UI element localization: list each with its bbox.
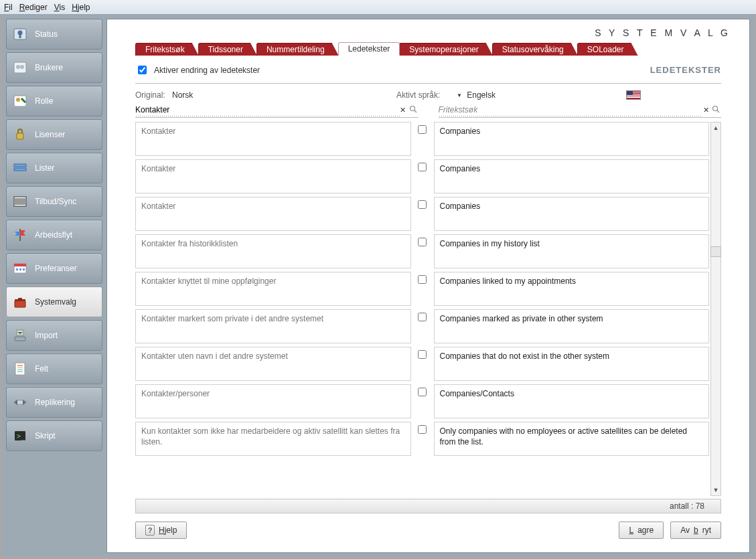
sidebar-item-label: Status: [35, 29, 58, 39]
translation-text-cell[interactable]: Companies that do not exist in the other…: [434, 347, 710, 381]
row-checkbox[interactable]: [418, 125, 427, 134]
menu-view[interactable]: Vis: [54, 3, 65, 12]
original-text-cell[interactable]: Kontakter: [135, 197, 411, 231]
tab-nummertildeling[interactable]: Nummertildeling: [256, 43, 339, 56]
original-text-cell[interactable]: Kontakter/personer: [135, 384, 411, 418]
search-translation-input[interactable]: [439, 104, 702, 116]
table-row: Kontakter fra historikklistenCompanies i…: [135, 234, 709, 268]
tab-fritekstsøk[interactable]: Fritekstsøk: [135, 43, 199, 56]
sidebar-item-label: Skript: [35, 431, 56, 441]
original-text-cell[interactable]: Kontakter markert som private i det andr…: [135, 309, 411, 343]
translation-text-cell[interactable]: Only companies with no employees or acti…: [434, 422, 710, 456]
svg-point-4: [16, 65, 20, 69]
row-checkbox[interactable]: [418, 238, 427, 246]
translation-text-cell[interactable]: Companies: [434, 122, 710, 156]
svg-rect-17: [16, 268, 18, 270]
enable-edit-checkbox[interactable]: [138, 66, 147, 74]
sidebar-item-label: Systemvalg: [35, 297, 76, 307]
chevron-down-icon: ▼: [457, 92, 462, 98]
svg-rect-26: [15, 363, 25, 375]
search-icon[interactable]: [408, 105, 419, 115]
cancel-button[interactable]: Avbryt: [670, 522, 721, 539]
menu-bar: Fil Rediger Vis Hjelp: [0, 0, 756, 15]
sidebar-item-replikering[interactable]: Replikering: [6, 387, 102, 418]
scroll-down-icon[interactable]: ▼: [711, 485, 721, 495]
sidebar-item-import[interactable]: Import: [6, 320, 102, 351]
search-icon[interactable]: [710, 105, 721, 115]
table-row: KontakterCompanies: [135, 159, 709, 193]
translation-text-cell[interactable]: Companies marked as private in other sys…: [434, 309, 710, 343]
translation-text-cell[interactable]: Companies linked to my appointments: [434, 272, 710, 306]
sidebar-icon: [12, 327, 28, 343]
tab-soloader[interactable]: SOLoader: [577, 43, 638, 56]
original-text-cell[interactable]: Kontakter uten navn i det andre systemet: [135, 347, 411, 381]
help-button[interactable]: ? Hjelp: [135, 522, 187, 539]
svg-marker-14: [15, 232, 20, 236]
svg-point-36: [410, 106, 414, 110]
sidebar-item-systemvalg[interactable]: Systemvalg: [6, 287, 102, 317]
tab-ledetekster[interactable]: Ledetekster: [338, 42, 400, 56]
svg-line-37: [414, 110, 417, 112]
active-lang-value: Engelsk: [467, 90, 496, 100]
sidebar-item-label: Preferanser: [35, 264, 77, 273]
row-checkbox[interactable]: [418, 388, 427, 396]
menu-file[interactable]: Fil: [4, 3, 13, 12]
sidebar-item-skript[interactable]: >_Skript: [6, 420, 102, 451]
sidebar-item-lister[interactable]: Lister: [6, 153, 102, 183]
active-lang-dropdown[interactable]: ▼ Engelsk: [457, 90, 626, 100]
tab-statusoverv-king[interactable]: Statusovervåking: [492, 43, 578, 56]
clear-original-icon[interactable]: ✕: [398, 106, 408, 114]
vertical-scrollbar[interactable]: ▲ ▼: [710, 122, 721, 496]
translation-text-cell[interactable]: Companies/Contacts: [434, 384, 710, 418]
original-label: Original:: [135, 90, 172, 100]
row-checkbox[interactable]: [418, 350, 427, 359]
content-pane: S Y S T E M V A L G FritekstsøkTidssoner…: [106, 19, 750, 553]
sidebar-item-label: Tilbud/Sync: [35, 197, 76, 206]
page-title: S Y S T E M V A L G: [107, 19, 749, 42]
svg-line-39: [717, 110, 719, 112]
svg-rect-10: [14, 168, 26, 171]
original-text-cell[interactable]: Kontakter: [135, 159, 411, 193]
sidebar-item-lisenser[interactable]: Lisenser: [6, 119, 102, 150]
row-checkbox[interactable]: [418, 313, 427, 321]
sidebar-item-preferanser[interactable]: Preferanser: [6, 253, 102, 284]
svg-rect-19: [23, 268, 25, 270]
translation-text-cell[interactable]: Companies: [434, 159, 710, 193]
original-text-cell[interactable]: Kontakter fra historikklisten: [135, 234, 411, 268]
sidebar-icon: [12, 394, 28, 410]
search-original-input[interactable]: [135, 104, 398, 116]
menu-help[interactable]: Hjelp: [72, 3, 90, 12]
sidebar-item-brukere[interactable]: Brukere: [6, 52, 102, 83]
original-text-cell[interactable]: Kontakter knyttet til mine oppfølginger: [135, 272, 411, 306]
row-checkbox[interactable]: [418, 275, 427, 284]
sidebar-item-felt[interactable]: Felt: [6, 353, 102, 384]
original-text-cell[interactable]: Kontakter: [135, 122, 411, 156]
row-count: antall : 78: [670, 501, 704, 511]
svg-rect-23: [15, 337, 25, 341]
translation-text-cell[interactable]: Companies in my history list: [434, 234, 710, 268]
original-text-cell[interactable]: Kun kontakter som ikke har medarbeidere …: [135, 422, 411, 456]
search-original: ✕: [135, 104, 419, 118]
row-checkbox[interactable]: [418, 200, 427, 209]
sidebar-icon: [12, 227, 28, 243]
tab-tidssoner[interactable]: Tidssoner: [198, 43, 257, 56]
clear-translation-icon[interactable]: ✕: [701, 106, 710, 114]
scroll-marker: [710, 246, 721, 257]
sidebar-item-tilbud-sync[interactable]: Tilbud/Sync: [6, 186, 102, 217]
table-row: Kontakter markert som private i det andr…: [135, 309, 709, 343]
table-row: KontakterCompanies: [135, 197, 709, 231]
tab-systemoperasjoner[interactable]: Systemoperasjoner: [399, 43, 492, 56]
translation-text-cell[interactable]: Companies: [434, 197, 710, 231]
sidebar-item-rolle[interactable]: Rolle: [6, 86, 102, 116]
enable-edit-checkbox-row: Aktiver endring av ledetekster: [135, 64, 260, 76]
sidebar-item-status[interactable]: Status: [6, 19, 102, 50]
svg-rect-20: [15, 301, 25, 307]
scroll-up-icon[interactable]: ▲: [711, 123, 721, 133]
svg-rect-18: [19, 268, 21, 270]
save-button[interactable]: Lagre: [619, 522, 664, 539]
row-checkbox[interactable]: [418, 425, 427, 434]
sidebar-item-arbeidsflyt[interactable]: Arbeidsflyt: [6, 220, 102, 250]
svg-marker-13: [20, 230, 25, 236]
menu-edit[interactable]: Rediger: [19, 3, 48, 12]
row-checkbox[interactable]: [418, 163, 427, 171]
